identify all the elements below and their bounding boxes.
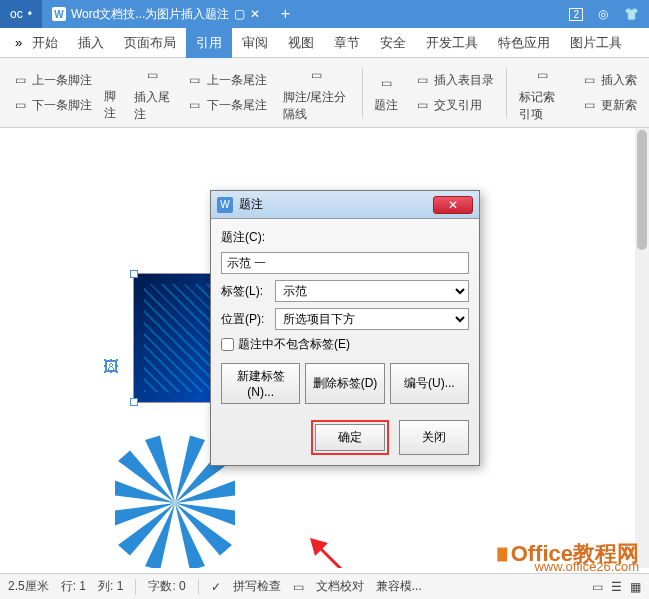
tab-review[interactable]: 审阅 xyxy=(232,28,278,58)
new-label-button[interactable]: 新建标签(N)... xyxy=(221,363,300,404)
update-index-icon: ▭ xyxy=(581,97,597,113)
tab-chapter[interactable]: 章节 xyxy=(324,28,370,58)
tab-picture[interactable]: 图片工具 xyxy=(560,28,632,58)
tab-security[interactable]: 安全 xyxy=(370,28,416,58)
caption-dialog: W 题注 ✕ 题注(C): 标签(L): 示范 位置(P): 所选项目下方 题注… xyxy=(210,190,480,466)
tab-close-icon[interactable]: ✕ xyxy=(250,7,260,21)
tab-view[interactable]: 视图 xyxy=(278,28,324,58)
next-footnote-icon: ▭ xyxy=(12,97,28,113)
caption-icon: ▭ xyxy=(374,71,398,95)
prev-endnote-button[interactable]: ▭上一条尾注 xyxy=(183,70,271,91)
tab-dirty-dot: • xyxy=(28,7,32,21)
numbering-button[interactable]: 编号(U)... xyxy=(390,363,469,404)
ribbon-tabs: » 开始 插入 页面布局 引用 审阅 视图 章节 安全 开发工具 特色应用 图片… xyxy=(0,28,649,58)
svg-marker-5 xyxy=(175,503,205,568)
position-label: 位置(P): xyxy=(221,311,269,328)
resize-handle-sw[interactable] xyxy=(130,398,138,406)
insert-index-icon: ▭ xyxy=(581,72,597,88)
prev-endnote-icon: ▭ xyxy=(187,72,203,88)
watermark-url: www.office26.com xyxy=(534,559,639,574)
mark-index-button[interactable]: ▭ 标记索引项 xyxy=(515,59,569,127)
svg-marker-4 xyxy=(175,436,205,504)
tab-special[interactable]: 特色应用 xyxy=(488,28,560,58)
dialog-titlebar[interactable]: W 题注 ✕ xyxy=(211,191,479,219)
tab-reference[interactable]: 引用 xyxy=(186,28,232,58)
svg-line-21 xyxy=(315,543,410,568)
ribbon-more-icon[interactable]: » xyxy=(15,35,22,50)
insert-toc-button[interactable]: ▭插入表目录 xyxy=(410,70,498,91)
insert-endnote-button[interactable]: ▭ 插入尾注 xyxy=(130,59,175,127)
scroll-thumb[interactable] xyxy=(637,130,647,250)
ok-highlight: 确定 xyxy=(311,420,389,455)
ribbon: ▭上一条脚注 ▭下一条脚注 脚注 ▭ 插入尾注 ▭上一条尾注 ▭下一条尾注 ▭ … xyxy=(0,58,649,128)
endnote-icon: ▭ xyxy=(141,63,165,87)
update-index-button[interactable]: ▭更新索 xyxy=(577,95,641,116)
next-endnote-button[interactable]: ▭下一条尾注 xyxy=(183,95,271,116)
toc-icon: ▭ xyxy=(414,72,430,88)
status-proof[interactable]: 文档校对 xyxy=(316,578,364,595)
new-tab-button[interactable]: + xyxy=(270,5,300,23)
cross-ref-button[interactable]: ▭交叉引用 xyxy=(410,95,498,116)
tab-restore-icon[interactable]: ▢ xyxy=(234,7,245,21)
close-button-action[interactable]: 关闭 xyxy=(399,420,469,455)
spell-check-icon[interactable]: ✓ xyxy=(211,580,221,594)
tab-dev[interactable]: 开发工具 xyxy=(416,28,488,58)
insert-index-button[interactable]: ▭插入索 xyxy=(577,70,641,91)
tab-doc-1[interactable]: oc • xyxy=(0,0,42,28)
next-endnote-icon: ▭ xyxy=(187,97,203,113)
ok-button[interactable]: 确定 xyxy=(315,424,385,451)
app-icon: W xyxy=(217,197,233,213)
tab-label: Word文档技...为图片插入题注 xyxy=(71,6,229,23)
exclude-label-checkbox[interactable]: 题注中不包含标签(E) xyxy=(221,336,469,353)
separator-icon: ▭ xyxy=(304,63,328,87)
prev-footnote-icon: ▭ xyxy=(12,72,28,88)
svg-marker-22 xyxy=(310,538,328,556)
view-web-icon[interactable]: ▦ xyxy=(630,580,641,594)
caption-label: 题注(C): xyxy=(221,229,469,246)
tab-doc-2[interactable]: W Word文档技...为图片插入题注 ▢ ✕ xyxy=(42,0,270,28)
view-page-icon[interactable]: ▭ xyxy=(592,580,603,594)
tab-start[interactable]: 开始 xyxy=(22,28,68,58)
skin-icon[interactable]: 👕 xyxy=(623,6,639,22)
prev-footnote-button[interactable]: ▭上一条脚注 xyxy=(8,70,96,91)
status-words: 字数: 0 xyxy=(148,578,185,595)
status-position: 2.5厘米 xyxy=(8,578,49,595)
tab-label: oc xyxy=(10,7,23,21)
delete-label-button[interactable]: 删除标签(D) xyxy=(305,363,384,404)
position-select[interactable]: 所选项目下方 xyxy=(275,308,469,330)
cloud-icon[interactable]: ◎ xyxy=(595,6,611,22)
caption-button[interactable]: ▭ 题注 xyxy=(370,67,402,118)
svg-marker-7 xyxy=(145,503,175,568)
notification-badge[interactable]: 2 xyxy=(569,8,583,21)
tab-layout[interactable]: 页面布局 xyxy=(114,28,186,58)
statusbar: 2.5厘米 行: 1 列: 1 字数: 0 ✓ 拼写检查 ▭ 文档校对 兼容模.… xyxy=(0,573,649,599)
proof-icon[interactable]: ▭ xyxy=(293,580,304,594)
tab-insert[interactable]: 插入 xyxy=(68,28,114,58)
close-button[interactable]: ✕ xyxy=(433,196,473,214)
word-icon: W xyxy=(52,7,66,21)
status-col: 列: 1 xyxy=(98,578,123,595)
dialog-title: 题注 xyxy=(239,196,263,213)
mark-index-icon: ▭ xyxy=(530,63,554,87)
next-footnote-button[interactable]: ▭下一条脚注 xyxy=(8,95,96,116)
status-compat: 兼容模... xyxy=(376,578,422,595)
label-select[interactable]: 示范 xyxy=(275,280,469,302)
caption-input[interactable] xyxy=(221,252,469,274)
exclude-checkbox-input[interactable] xyxy=(221,338,234,351)
label-label: 标签(L): xyxy=(221,283,269,300)
separator-button[interactable]: ▭ 脚注/尾注分隔线 xyxy=(279,59,354,127)
image-options-icon[interactable]: 🖼 xyxy=(103,358,119,376)
view-outline-icon[interactable]: ☰ xyxy=(611,580,622,594)
vertical-scrollbar[interactable] xyxy=(635,128,649,568)
titlebar: oc • W Word文档技...为图片插入题注 ▢ ✕ + 2 ◎ 👕 xyxy=(0,0,649,28)
annotation-arrow xyxy=(300,528,420,568)
status-line: 行: 1 xyxy=(61,578,86,595)
footnote-label: 脚注 xyxy=(104,88,122,122)
resize-handle-nw[interactable] xyxy=(130,270,138,278)
crossref-icon: ▭ xyxy=(414,97,430,113)
status-spell[interactable]: 拼写检查 xyxy=(233,578,281,595)
svg-marker-6 xyxy=(145,436,175,504)
